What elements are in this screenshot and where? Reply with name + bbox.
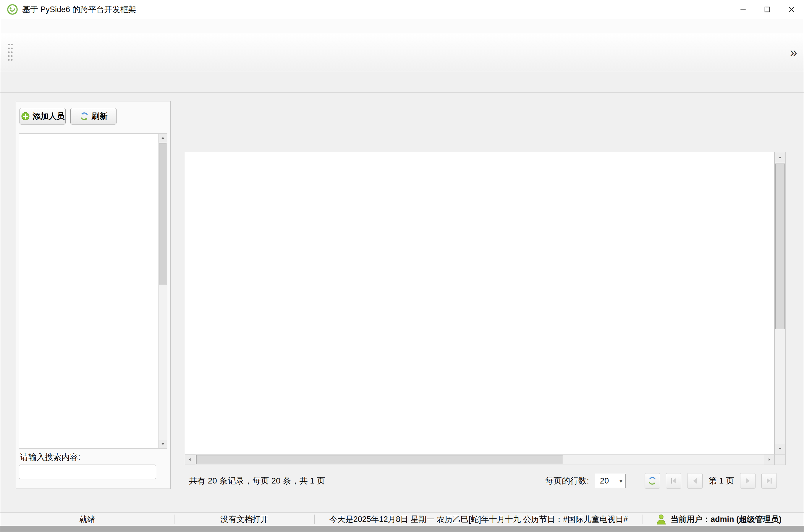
user-icon — [655, 513, 667, 525]
current-user-label: 当前用户：admin (超级管理员) — [671, 513, 782, 526]
up-arrow-icon — [778, 155, 783, 160]
status-ready: 就绪 — [0, 513, 174, 526]
refresh-icon — [79, 112, 89, 121]
refresh-label: 刷新 — [92, 111, 108, 121]
refresh-tree-button[interactable]: 刷新 — [70, 108, 116, 125]
v-scroll-thumb[interactable] — [775, 164, 785, 329]
maximize-icon — [763, 5, 772, 14]
org-tree-panel: 添加人员 刷新 请输入搜索内容: — [16, 101, 171, 489]
menu-bar — [0, 19, 804, 33]
prev-page-icon — [690, 476, 700, 486]
close-button[interactable] — [780, 0, 804, 19]
scroll-down-button[interactable] — [775, 444, 785, 454]
refresh-page-button[interactable] — [645, 473, 660, 489]
tree-search-input[interactable] — [19, 464, 156, 479]
user-table-viewport — [185, 152, 774, 454]
scroll-down-button[interactable] — [158, 440, 167, 448]
first-page-icon — [669, 476, 678, 486]
right-arrow-icon — [766, 457, 772, 462]
table-vertical-scrollbar[interactable] — [774, 152, 786, 454]
toolbar: » — [0, 33, 804, 71]
window-controls — [731, 0, 804, 19]
left-arrow-icon — [188, 457, 193, 462]
first-page-button[interactable] — [666, 473, 681, 489]
tree-scroll-thumb[interactable] — [159, 143, 167, 285]
next-page-button[interactable] — [740, 473, 755, 489]
add-icon — [21, 112, 30, 121]
rows-per-page-label: 每页的行数: — [545, 475, 589, 487]
rows-per-page-value: 20 — [600, 476, 609, 486]
down-arrow-icon — [160, 441, 166, 447]
tree-scrollbar[interactable] — [158, 134, 167, 448]
content-area: 添加人员 刷新 请输入搜索内容: — [0, 93, 804, 512]
last-page-icon — [764, 476, 774, 486]
close-icon — [787, 5, 796, 14]
scroll-left-button[interactable] — [185, 455, 195, 464]
scroll-up-button[interactable] — [775, 152, 785, 163]
status-date: 今天是2025年12月8日 星期一 农历乙巳[蛇]年十月十九 公历节日：#国际儿… — [314, 513, 643, 526]
next-page-icon — [743, 476, 752, 486]
add-person-label: 添加人员 — [33, 111, 65, 121]
h-scroll-thumb[interactable] — [196, 455, 563, 464]
title-bar: 基于 PySide6 的跨平台开发框架 — [0, 0, 804, 19]
window-title: 基于 PySide6 的跨平台开发框架 — [22, 4, 136, 15]
status-document: 没有文档打开 — [174, 513, 314, 526]
pagination-controls: 每页的行数: 20 ▼ 第 1 页 — [545, 473, 777, 489]
user-table-area — [185, 152, 786, 465]
scroll-up-button[interactable] — [158, 134, 167, 142]
last-page-button[interactable] — [761, 473, 777, 489]
toolbar-overflow-chevron-icon[interactable]: » — [784, 45, 804, 60]
app-window: 基于 PySide6 的跨平台开发框架 » 添加人员 刷新 — [0, 0, 804, 532]
refresh-icon — [648, 476, 657, 486]
page-indicator: 第 1 页 — [708, 475, 734, 487]
status-bar: 就绪 没有文档打开 今天是2025年12月8日 星期一 农历乙巳[蛇]年十月十九… — [0, 512, 804, 526]
scroll-right-button[interactable] — [764, 455, 774, 464]
up-arrow-icon — [160, 135, 166, 140]
org-tree — [19, 133, 167, 449]
tree-toolbar: 添加人员 刷新 — [20, 108, 116, 125]
app-icon — [7, 4, 18, 15]
add-person-button[interactable]: 添加人员 — [20, 108, 66, 125]
record-summary: 共有 20 条记录，每页 20 条，共 1 页 — [189, 475, 325, 487]
maximize-button[interactable] — [755, 0, 780, 19]
tab-bar — [0, 74, 804, 93]
minimize-button[interactable] — [731, 0, 755, 19]
current-user: 当前用户：admin (超级管理员) — [643, 513, 804, 526]
window-bottom-edge — [0, 526, 804, 532]
minimize-icon — [739, 5, 748, 14]
down-arrow-icon — [778, 446, 783, 452]
rows-per-page-select[interactable]: 20 ▼ — [595, 474, 626, 488]
chevron-down-icon: ▼ — [618, 478, 624, 484]
scrollbar-corner — [774, 454, 786, 465]
toolbar-grip[interactable] — [7, 43, 13, 62]
pagination-bar: 共有 20 条记录，每页 20 条，共 1 页 每页的行数: 20 ▼ 第 1 … — [189, 473, 777, 489]
table-horizontal-scrollbar[interactable] — [185, 454, 774, 465]
prev-page-button[interactable] — [687, 473, 703, 489]
tree-search-label: 请输入搜索内容: — [20, 452, 80, 463]
